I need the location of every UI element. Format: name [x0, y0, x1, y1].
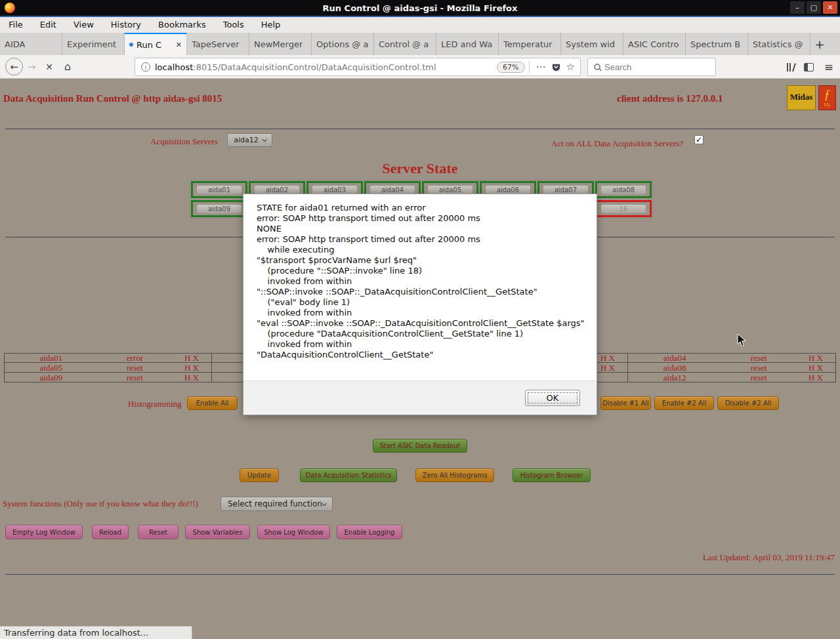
- update-button[interactable]: Update: [240, 468, 279, 482]
- search-icon: [594, 64, 600, 70]
- window-title: Run Control @ aidas-gsi - Mozilla Firefo…: [0, 3, 840, 13]
- sidebar-icon[interactable]: [804, 63, 814, 72]
- server-button[interactable]: 16: [600, 204, 646, 214]
- tab-control[interactable]: Control @ a: [374, 33, 436, 55]
- chevron-down-icon: [322, 501, 327, 506]
- server-cell-aida09: aida09: [191, 200, 247, 217]
- act-on-all-checkbox[interactable]: ✓: [694, 135, 704, 144]
- tcl-logo: ƒ TCL: [818, 85, 836, 110]
- acquisition-server-select[interactable]: aida12: [227, 133, 272, 147]
- enable-logging-button[interactable]: Enable Logging: [337, 525, 402, 539]
- acquisition-servers-label: Acquisition Servers: [150, 136, 218, 147]
- tab-aida[interactable]: AIDA: [0, 33, 62, 55]
- page-content: Data Acquisition Run Control @ http aida…: [0, 79, 840, 639]
- hx-links[interactable]: H X: [172, 354, 211, 362]
- server-button[interactable]: aida01: [196, 185, 242, 195]
- site-info-icon[interactable]: i: [141, 62, 150, 72]
- start-asic-readout-button[interactable]: Start ASIC Data Readout: [373, 439, 467, 453]
- zoom-level-indicator[interactable]: 67%: [497, 62, 524, 73]
- divider: [5, 129, 835, 129]
- zero-all-histograms-button[interactable]: Zero All Histograms: [415, 468, 494, 482]
- empty-log-window-button[interactable]: Empty Log Window: [5, 525, 83, 539]
- error-dialog-message: STATE for aida01 returned with an error …: [243, 194, 597, 360]
- menu-file[interactable]: File: [0, 17, 32, 33]
- divider: [5, 574, 835, 575]
- ok-button[interactable]: OK: [525, 390, 580, 406]
- status-bar: Transferring data from localhost...: [0, 626, 192, 639]
- enable-all-button[interactable]: Enable All: [187, 396, 238, 410]
- daq-statistics-button[interactable]: Data Acquisition Statistics: [300, 468, 397, 482]
- tab-statistics[interactable]: Statistics @: [748, 33, 810, 55]
- histogram-browser-button[interactable]: Histogram Browser: [513, 468, 591, 482]
- status-cell-aida12: aida12 reset H X: [628, 373, 836, 382]
- status-cell-aida01: aida01 error H X: [4, 353, 212, 363]
- url-bar[interactable]: i localhost :8015/DataAcquisitionControl…: [135, 58, 581, 76]
- status-cell-aida08: aida08 reset H X: [628, 363, 836, 373]
- tab-run-control-active[interactable]: Run C ✕: [125, 33, 187, 55]
- forward-button[interactable]: →: [23, 61, 40, 73]
- menu-view[interactable]: View: [65, 17, 102, 33]
- disable-1-all-button[interactable]: Disable #1 All: [600, 396, 651, 410]
- enable-2-all-button[interactable]: Enable #2 All: [654, 396, 714, 410]
- tab-asic-control[interactable]: ASIC Contro: [623, 33, 686, 55]
- tab-temperature[interactable]: Temperatur: [499, 33, 561, 55]
- page-actions-icon[interactable]: ⋯: [534, 61, 549, 73]
- close-button[interactable]: ✕: [823, 1, 837, 14]
- library-icon[interactable]: [787, 62, 793, 72]
- hamburger-menu-icon[interactable]: ≡: [824, 60, 833, 73]
- tab-options[interactable]: Options @ a: [312, 33, 374, 55]
- show-log-window-button[interactable]: Show Log Window: [257, 525, 330, 539]
- tab-system[interactable]: System wid: [561, 33, 623, 55]
- hx-links[interactable]: H X: [796, 354, 835, 362]
- system-functions-label: System functions (Only use if you know w…: [3, 499, 198, 509]
- new-tab-button[interactable]: +: [810, 33, 829, 55]
- show-variables-button[interactable]: Show Variables: [185, 525, 250, 539]
- url-path: :8015/DataAcquisitionControl/DataAcquisi…: [193, 62, 436, 72]
- hx-links[interactable]: H X: [796, 363, 835, 372]
- mouse-cursor: [737, 333, 746, 350]
- pocket-icon[interactable]: [549, 62, 564, 72]
- bookmark-star-icon[interactable]: ☆: [564, 61, 580, 73]
- menu-history[interactable]: History: [102, 17, 150, 33]
- hx-links[interactable]: H X: [796, 373, 835, 382]
- urlbar-separator: [529, 61, 530, 73]
- tab-experiment[interactable]: Experiment: [62, 33, 125, 55]
- stop-button[interactable]: ✕: [40, 62, 58, 72]
- minimize-button[interactable]: –: [790, 1, 805, 14]
- server-button[interactable]: aida09: [196, 204, 242, 214]
- menu-tools[interactable]: Tools: [215, 17, 253, 33]
- last-updated-text: Last Updated: April 03, 2019 11:19:47: [703, 552, 835, 563]
- menu-edit[interactable]: Edit: [32, 17, 65, 33]
- histogramming-label: Histogramming: [128, 399, 182, 409]
- tab-newmerger[interactable]: NewMerger: [249, 33, 312, 55]
- status-cell-aida05: aida05 reset H X: [4, 363, 212, 373]
- menu-help[interactable]: Help: [253, 17, 289, 33]
- hx-links[interactable]: H X: [172, 363, 211, 372]
- server-cell-alarm: 16: [595, 200, 652, 217]
- menu-bookmarks[interactable]: Bookmarks: [150, 17, 215, 33]
- server-button[interactable]: aida08: [600, 185, 646, 195]
- home-button[interactable]: ⌂: [58, 60, 77, 73]
- dialog-footer: OK: [243, 381, 597, 415]
- tab-tapeserver[interactable]: TapeServer: [187, 33, 249, 55]
- tab-led[interactable]: LED and Wa: [436, 33, 499, 55]
- back-button[interactable]: ←: [5, 58, 23, 75]
- system-function-select[interactable]: Select required function: [220, 497, 333, 511]
- maximize-button[interactable]: ▢: [807, 1, 821, 14]
- server-state-title: Server State: [0, 160, 840, 177]
- reset-button[interactable]: Reset: [138, 525, 178, 539]
- url-host: localhost: [155, 62, 193, 72]
- search-input[interactable]: [604, 62, 696, 72]
- error-dialog: STATE for aida01 returned with an error …: [243, 194, 597, 415]
- tcl-feather-icon: ƒ: [819, 86, 835, 103]
- disable-2-all-button[interactable]: Disable #2 All: [717, 396, 779, 410]
- reload-button[interactable]: Reload: [92, 525, 129, 539]
- tab-bar: AIDA Experiment Run C ✕ TapeServer NewMe…: [0, 33, 840, 55]
- hx-links[interactable]: H X: [172, 373, 211, 382]
- navigation-bar: ← → ✕ ⌂ i localhost :8015/DataAcquisitio…: [0, 55, 840, 79]
- status-cell-aida09: aida09 reset H X: [4, 373, 212, 382]
- search-bar[interactable]: [587, 58, 716, 76]
- menu-bar: File Edit View History Bookmarks Tools H…: [0, 17, 840, 33]
- tab-close-icon[interactable]: ✕: [176, 41, 182, 49]
- tab-spectrum[interactable]: Spectrum B: [686, 33, 748, 55]
